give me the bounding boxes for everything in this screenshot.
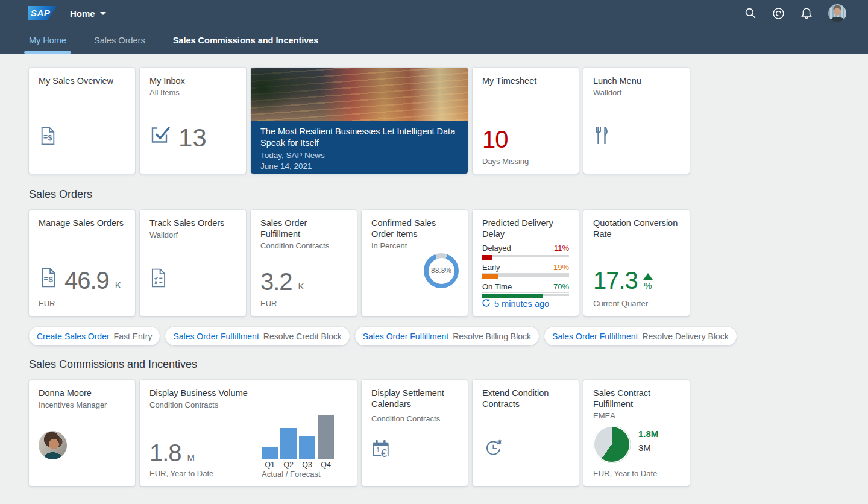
tab-sales-orders[interactable]: Sales Orders [94, 27, 145, 54]
quick-links-row: Create Sales Order Fast Entry Sales Orde… [29, 327, 868, 345]
tile-title: Extend Condition Contracts [482, 388, 569, 409]
search-icon[interactable] [744, 7, 756, 19]
link-resolve-billing-block[interactable]: Sales Order Fulfillment Resolve Billing … [355, 327, 539, 345]
tile-footer: EUR, Year to Date [149, 469, 213, 478]
link-create-sales-order[interactable]: Create Sales Order Fast Entry [29, 327, 160, 345]
value-scale: K [115, 280, 121, 291]
commissions-tile-row: Donna Moore Incentives Manager Display B… [29, 380, 868, 486]
settlement-calendar-icon: 1€ [371, 438, 394, 459]
tile-footer: EUR, Year to Date [593, 469, 657, 478]
link-resolve-delivery-block[interactable]: Sales Order Fulfillment Resolve Delivery… [544, 327, 737, 345]
link-subtext: Resolve Credit Block [263, 332, 342, 341]
tile-sap-news[interactable]: The Most Resilient Businesses Let Intell… [251, 68, 468, 174]
refresh-timestamp: 5 minutes ago [494, 299, 549, 309]
tile-title: My Timesheet [482, 75, 569, 86]
tile-confirmed-sales-order-items[interactable]: Confirmed Sales Order Items In Percent 8… [362, 210, 468, 316]
tile-subtitle: EMEA [593, 411, 680, 420]
tile-subtitle: Walldorf [593, 88, 680, 97]
tab-sales-commissions[interactable]: Sales Commissions and Incentives [173, 27, 319, 54]
fulfillment-value: 3.2 [260, 272, 292, 292]
news-body: The Most Resilient Businesses Let Intell… [251, 121, 468, 174]
volume-bar [318, 415, 334, 459]
bar-track [482, 255, 569, 260]
volume-bar-chart: Q1 Q2 Q3 Q4 Actual / Forecast [262, 414, 334, 479]
contract-pie [593, 426, 631, 463]
donna-moore-avatar [39, 431, 67, 459]
tile-title: Sales Order Fulfillment [260, 218, 347, 239]
tile-subtitle: All Items [149, 88, 236, 97]
tile-title: Sales Contract Fulfillment [593, 388, 680, 409]
bar-category-label: Q1 [262, 461, 278, 469]
bar-category-label: Q2 [280, 461, 297, 469]
sap-logo[interactable]: SAP [28, 6, 57, 20]
bar-value: 70% [553, 282, 569, 291]
tile-subtitle: In Percent [371, 241, 458, 250]
shell-title: Home [70, 8, 95, 19]
value-scale: K [298, 281, 304, 292]
link-label: Sales Order Fulfillment [363, 332, 448, 341]
tile-title: My Sales Overview [39, 75, 125, 86]
tile-display-settlement-calendars[interactable]: Display Settlement Calendars Condition C… [362, 380, 468, 486]
tile-predicted-delivery-delay[interactable]: Predicted Delivery Delay Delayed11% Earl… [473, 210, 579, 316]
user-avatar[interactable] [828, 4, 846, 22]
news-headline: The Most Resilient Businesses Let Intell… [260, 126, 458, 149]
volume-bar [262, 447, 278, 459]
volume-bar [280, 428, 297, 459]
tile-my-timesheet[interactable]: My Timesheet 10 Days Missing [473, 68, 579, 174]
refresh-control[interactable]: 5 minutes ago [482, 298, 549, 309]
tab-my-home[interactable]: My Home [29, 27, 66, 54]
tile-title: Lunch Menu [593, 75, 680, 86]
contract-actual-value: 1.8M [638, 426, 658, 439]
delay-row-delayed: Delayed11% [482, 244, 569, 260]
shell-home-menu[interactable]: Home [70, 8, 106, 19]
tile-my-inbox[interactable]: My Inbox All Items 13 [140, 68, 246, 174]
copilot-icon[interactable] [772, 7, 785, 20]
delay-row-early: Early19% [482, 263, 569, 279]
volume-bar [299, 436, 315, 459]
bar-category-label: Q4 [318, 461, 334, 469]
inbox-count: 13 [178, 128, 207, 148]
tile-quotation-conversion-rate[interactable]: Quotation Conversion Rate 17.3 % Current… [583, 210, 690, 316]
tile-lunch-menu[interactable]: Lunch Menu Walldorf [583, 68, 690, 174]
sales-document-icon: $ [39, 267, 58, 291]
timesheet-days-missing-value: 10 [482, 130, 508, 150]
bar-label: Early [482, 263, 500, 272]
link-subtext: Resolve Billing Block [453, 332, 531, 341]
tile-sales-order-fulfillment[interactable]: Sales Order Fulfillment Condition Contra… [251, 210, 357, 316]
section-heading-commissions: Sales Commissions and Incentives [29, 358, 868, 371]
tile-subtitle: Walldorf [149, 230, 236, 239]
refresh-icon [482, 298, 491, 309]
svg-text:$: $ [48, 134, 52, 142]
link-label: Create Sales Order [37, 332, 110, 341]
donut-center-label: 88.8% [429, 258, 454, 284]
tile-title: Predicted Delivery Delay [482, 218, 569, 239]
confirmed-donut: 88.8% [424, 253, 459, 288]
news-source: Today, SAP News [260, 151, 458, 160]
delay-comparison-chart: Delayed11% Early19% On Time70% [482, 244, 569, 298]
tile-sales-contract-fulfillment[interactable]: Sales Contract Fulfillment EMEA 1.8M 3M … [583, 380, 690, 486]
contract-target-value: 3M [638, 443, 658, 453]
svg-text:1: 1 [376, 447, 380, 453]
tile-footer: Current Quarter [593, 299, 648, 308]
tile-donna-moore[interactable]: Donna Moore Incentives Manager [29, 380, 135, 486]
tile-display-business-volume[interactable]: Display Business Volume Condition Contra… [140, 380, 357, 486]
notifications-bell-icon[interactable] [800, 7, 813, 19]
link-subtext: Resolve Delivery Block [642, 332, 728, 341]
bar-fill [482, 255, 492, 260]
sales-document-icon: $ [39, 126, 57, 146]
tile-title: Confirmed Sales Order Items [371, 218, 458, 239]
link-resolve-credit-block[interactable]: Sales Order Fulfillment Resolve Credit B… [165, 327, 349, 345]
inbox-kpi: 13 [149, 124, 207, 148]
checklist-document-icon [149, 268, 168, 288]
tile-title: Display Business Volume [149, 388, 347, 398]
bar-label: On Time [482, 282, 512, 291]
tile-my-sales-overview[interactable]: My Sales Overview $ [29, 68, 135, 174]
tile-title: Manage Sales Orders [39, 218, 125, 228]
tile-track-sales-orders[interactable]: Track Sales Orders Walldorf [140, 210, 246, 316]
chevron-down-icon [100, 12, 106, 15]
news-photo [251, 68, 468, 121]
news-date: June 14, 2021 [260, 162, 458, 171]
tile-manage-sales-orders[interactable]: Manage Sales Orders $ 46.9 K EUR [29, 210, 135, 316]
quotation-unit: % [644, 280, 652, 291]
tile-extend-condition-contracts[interactable]: Extend Condition Contracts [473, 380, 579, 486]
